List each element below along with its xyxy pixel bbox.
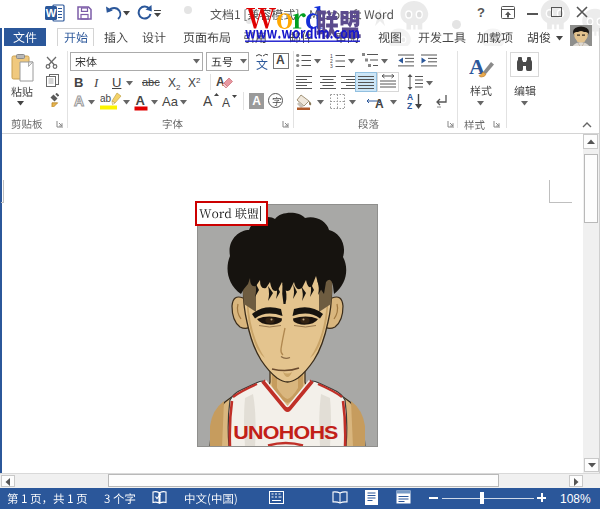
svg-text:UNOHOHS: UNOHOHS [233, 423, 338, 443]
svg-text:3: 3 [330, 63, 333, 68]
svg-text:A: A [203, 93, 213, 109]
svg-text:ab: ab [100, 93, 112, 104]
svg-text:A: A [216, 75, 225, 89]
svg-text:A: A [375, 97, 384, 110]
svg-text:A: A [222, 96, 230, 109]
svg-text:W: W [46, 7, 57, 19]
svg-text:Z: Z [407, 101, 412, 110]
svg-text:A: A [136, 93, 146, 108]
